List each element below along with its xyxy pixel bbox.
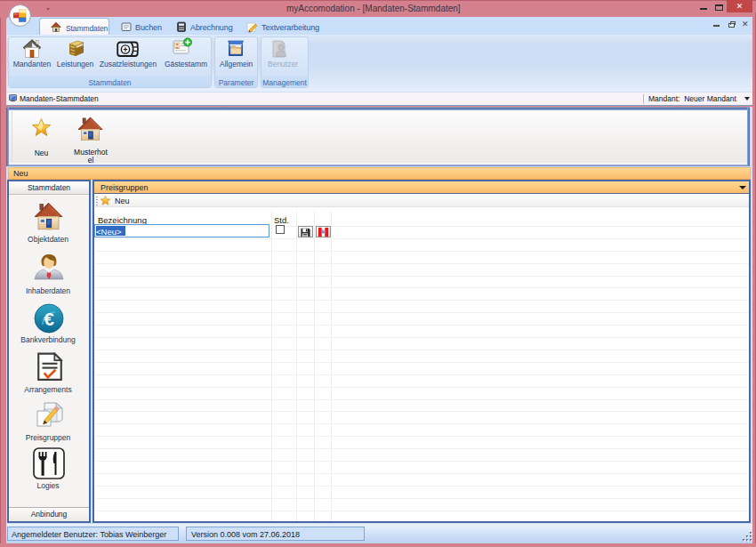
svg-text:€: € xyxy=(44,309,54,329)
